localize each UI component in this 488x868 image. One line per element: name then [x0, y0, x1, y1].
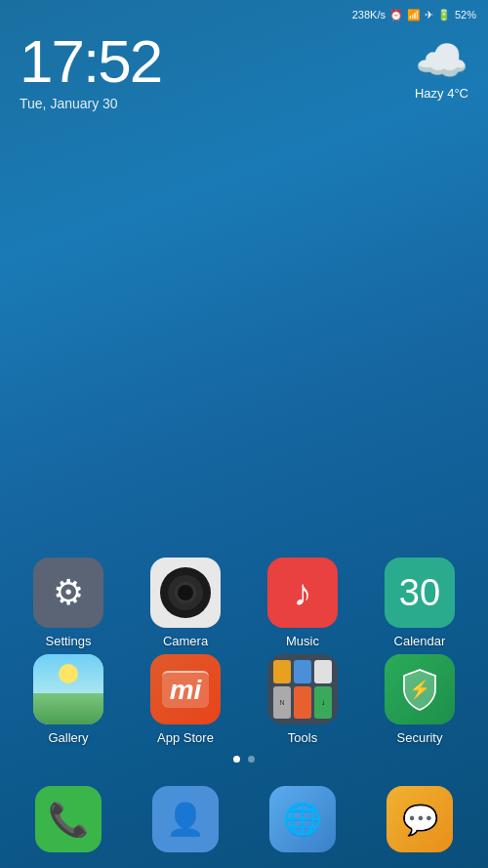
clock-section: 17:52 Tue, January 30 [20, 31, 161, 111]
settings-label: Settings [46, 634, 92, 648]
tools-cell-6: ↓ [314, 686, 332, 719]
gallery-label: Gallery [48, 730, 88, 745]
page-dot-2[interactable] [248, 756, 255, 763]
clock-date: Tue, January 30 [20, 96, 161, 111]
calendar-date-number: 30 [399, 572, 440, 614]
app-row-1: ⚙ Settings Camera ♪ Music [10, 558, 478, 648]
gallery-sun [59, 664, 78, 683]
network-speed: 238K/s [352, 9, 386, 21]
camera-label: Camera [163, 634, 208, 648]
clock-time: 17:52 [20, 31, 161, 92]
app-camera[interactable]: Camera [137, 558, 234, 648]
tools-cell-3 [314, 660, 332, 683]
tools-label: Tools [288, 730, 317, 745]
camera-icon-bg [150, 558, 221, 628]
security-icon-bg: ⚡ [385, 654, 455, 724]
dock-messages[interactable]: 💬 [381, 786, 459, 852]
page-dot-1[interactable] [233, 756, 240, 763]
camera-lens-inner [168, 575, 203, 610]
app-appstore[interactable]: mi App Store [137, 654, 234, 745]
music-label: Music [286, 634, 319, 648]
browser-globe-icon: 🌐 [283, 801, 322, 838]
calendar-label: Calendar [394, 634, 446, 648]
app-security[interactable]: ⚡ Security [371, 654, 468, 745]
security-label: Security [397, 730, 443, 745]
wifi-icon: 📶 [407, 9, 421, 21]
dock-contacts[interactable]: 👤 [146, 786, 224, 852]
tools-icon-bg: N ↓ [267, 654, 338, 724]
battery-icon: 🔋 [437, 9, 451, 21]
contacts-person-icon: 👤 [166, 801, 205, 838]
tools-cell-2 [294, 660, 311, 683]
settings-icon-bg: ⚙ [33, 558, 103, 628]
dock: 📞 👤 🌐 💬 [10, 786, 478, 852]
contacts-icon-bg: 👤 [152, 786, 219, 852]
tools-cell-1 [273, 660, 291, 683]
app-calendar[interactable]: 30 Calendar [371, 558, 468, 648]
svg-text:⚡: ⚡ [409, 679, 431, 700]
music-icon-bg: ♪ [267, 558, 338, 628]
dock-browser[interactable]: 🌐 [264, 786, 342, 852]
app-grid: ⚙ Settings Camera ♪ Music [0, 558, 488, 751]
camera-lens-core [175, 582, 196, 603]
messages-icon-bg: 💬 [386, 786, 453, 852]
weather-cloud-icon: ☁️ [415, 39, 468, 82]
gallery-icon-bg [33, 654, 103, 724]
tools-grid-icon: N ↓ [267, 654, 338, 724]
weather-section: ☁️ Hazy 4°C [415, 39, 468, 101]
app-tools[interactable]: N ↓ Tools [254, 654, 351, 745]
status-bar-right: 238K/s ⏰ 📶 ✈ 🔋 52% [352, 9, 476, 21]
appstore-icon-bg: mi [150, 654, 221, 724]
app-settings[interactable]: ⚙ Settings [20, 558, 117, 648]
calendar-icon-bg: 30 [385, 558, 455, 628]
appstore-label: App Store [157, 730, 214, 745]
gallery-ground [33, 693, 103, 724]
shield-icon: ⚡ [400, 668, 439, 711]
music-note-icon: ♪ [294, 572, 312, 614]
signal-icon: ✈ [425, 9, 433, 21]
page-dots [0, 756, 488, 763]
mi-logo-icon: mi [162, 671, 210, 708]
weather-display: Hazy 4°C [415, 86, 468, 101]
status-bar: 238K/s ⏰ 📶 ✈ 🔋 52% [0, 0, 488, 23]
app-row-2: Gallery mi App Store N ↓ Tools [10, 654, 478, 745]
dock-phone[interactable]: 📞 [29, 786, 107, 852]
clock-weather-area: 17:52 Tue, January 30 ☁️ Hazy 4°C [0, 23, 488, 111]
gallery-landscape-icon [33, 654, 103, 724]
messages-bubble-icon: 💬 [402, 803, 438, 837]
alarm-icon: ⏰ [389, 9, 403, 21]
app-gallery[interactable]: Gallery [20, 654, 117, 745]
app-music[interactable]: ♪ Music [254, 558, 351, 648]
camera-lens-outer [160, 567, 211, 618]
battery-percent: 52% [455, 9, 476, 21]
phone-icon-bg: 📞 [35, 786, 102, 852]
phone-icon: 📞 [48, 800, 89, 839]
gear-icon: ⚙ [53, 572, 84, 613]
tools-cell-5 [294, 686, 311, 719]
browser-icon-bg: 🌐 [269, 786, 336, 852]
